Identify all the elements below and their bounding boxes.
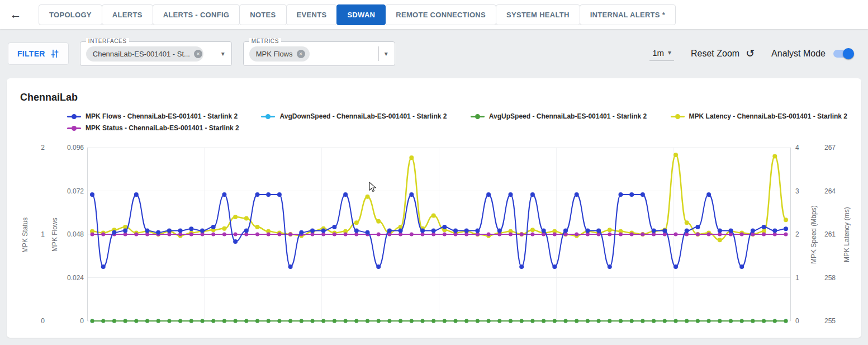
data-point[interactable] — [167, 229, 172, 233]
data-point[interactable] — [530, 192, 535, 197]
data-point[interactable] — [343, 192, 348, 197]
tab-remote-connections[interactable]: REMOTE CONNECTIONS — [385, 4, 496, 25]
data-point[interactable] — [487, 319, 491, 323]
data-point[interactable] — [464, 319, 468, 323]
data-point[interactable] — [222, 319, 226, 323]
data-point[interactable] — [310, 229, 315, 233]
data-point[interactable] — [201, 319, 205, 323]
tab-internal-alerts[interactable]: INTERNAL ALERTS * — [580, 4, 676, 25]
data-point[interactable] — [552, 264, 557, 269]
data-point[interactable] — [629, 192, 634, 197]
data-point[interactable] — [234, 319, 238, 323]
data-point[interactable] — [366, 230, 370, 235]
data-point[interactable] — [267, 319, 271, 323]
data-point[interactable] — [311, 319, 315, 323]
data-point[interactable] — [608, 233, 611, 237]
data-point[interactable] — [509, 233, 513, 237]
data-point[interactable] — [211, 233, 215, 237]
data-point[interactable] — [288, 233, 292, 237]
legend-item-mpk-status[interactable]: MPK Status - ChennaiLab-ES-001401 - Star… — [67, 124, 239, 132]
data-point[interactable] — [387, 319, 391, 323]
data-point[interactable] — [222, 226, 226, 231]
data-point[interactable] — [520, 319, 524, 323]
data-point[interactable] — [530, 319, 534, 323]
data-point[interactable] — [608, 228, 612, 232]
data-point[interactable] — [718, 233, 722, 237]
data-point[interactable] — [420, 229, 425, 233]
data-point[interactable] — [784, 319, 788, 323]
data-point[interactable] — [729, 229, 733, 233]
data-point[interactable] — [685, 220, 689, 225]
data-point[interactable] — [487, 233, 491, 237]
data-point[interactable] — [288, 264, 293, 269]
data-point[interactable] — [751, 319, 755, 323]
data-point[interactable] — [542, 233, 546, 237]
data-point[interactable] — [608, 264, 612, 269]
data-point[interactable] — [641, 192, 645, 197]
data-point[interactable] — [454, 233, 458, 237]
data-point[interactable] — [91, 319, 94, 323]
data-point[interactable] — [399, 319, 402, 323]
back-button[interactable]: ← — [4, 3, 27, 26]
data-point[interactable] — [475, 229, 480, 233]
data-point[interactable] — [519, 264, 524, 269]
data-point[interactable] — [101, 319, 105, 323]
data-point[interactable] — [354, 229, 359, 233]
data-point[interactable] — [707, 319, 711, 323]
data-point[interactable] — [244, 233, 248, 237]
data-point[interactable] — [454, 319, 458, 323]
data-point[interactable] — [277, 192, 282, 197]
tab-notes[interactable]: NOTES — [239, 4, 286, 25]
data-point[interactable] — [773, 319, 777, 323]
data-point[interactable] — [178, 233, 182, 237]
tab-system-health[interactable]: SYSTEM HEALTH — [496, 4, 580, 25]
data-point[interactable] — [652, 319, 656, 323]
chip-remove-icon[interactable]: × — [194, 50, 202, 58]
data-point[interactable] — [387, 229, 392, 233]
data-point[interactable] — [464, 233, 468, 237]
data-point[interactable] — [354, 319, 358, 323]
data-point[interactable] — [453, 229, 458, 233]
data-point[interactable] — [674, 233, 678, 237]
data-point[interactable] — [211, 319, 215, 323]
data-point[interactable] — [377, 233, 381, 237]
data-point[interactable] — [619, 233, 623, 237]
data-point[interactable] — [443, 319, 447, 323]
data-point[interactable] — [586, 233, 590, 237]
data-point[interactable] — [641, 319, 644, 323]
data-point[interactable] — [134, 233, 138, 237]
data-point[interactable] — [311, 233, 315, 237]
data-point[interactable] — [376, 219, 381, 224]
data-point[interactable] — [234, 233, 238, 237]
data-point[interactable] — [178, 319, 182, 323]
data-point[interactable] — [729, 233, 733, 237]
data-point[interactable] — [244, 229, 249, 233]
data-point[interactable] — [542, 319, 546, 323]
data-point[interactable] — [696, 233, 700, 237]
data-point[interactable] — [673, 153, 678, 157]
data-point[interactable] — [542, 229, 546, 233]
data-point[interactable] — [685, 319, 689, 323]
data-point[interactable] — [784, 226, 788, 231]
data-point[interactable] — [575, 233, 578, 237]
data-point[interactable] — [443, 233, 447, 237]
data-point[interactable] — [772, 229, 777, 233]
data-point[interactable] — [300, 319, 303, 323]
data-point[interactable] — [585, 229, 590, 233]
tab-alerts[interactable]: ALERTS — [102, 4, 153, 25]
data-point[interactable] — [641, 233, 644, 237]
data-point[interactable] — [630, 233, 634, 237]
chevron-down-icon[interactable]: ▾ — [221, 50, 226, 58]
data-point[interactable] — [409, 155, 414, 160]
data-point[interactable] — [674, 319, 678, 323]
data-point[interactable] — [707, 233, 711, 237]
data-point[interactable] — [91, 233, 94, 237]
data-point[interactable] — [387, 233, 391, 237]
data-point[interactable] — [772, 154, 777, 159]
reset-zoom-button[interactable]: Reset Zoom ↺ — [691, 49, 755, 59]
data-point[interactable] — [277, 233, 281, 237]
data-point[interactable] — [200, 229, 205, 233]
data-point[interactable] — [431, 213, 436, 218]
data-point[interactable] — [685, 233, 689, 237]
legend-item-mpk-latency[interactable]: MPK Latency - ChennaiLab-ES-001401 - Sta… — [671, 112, 847, 120]
